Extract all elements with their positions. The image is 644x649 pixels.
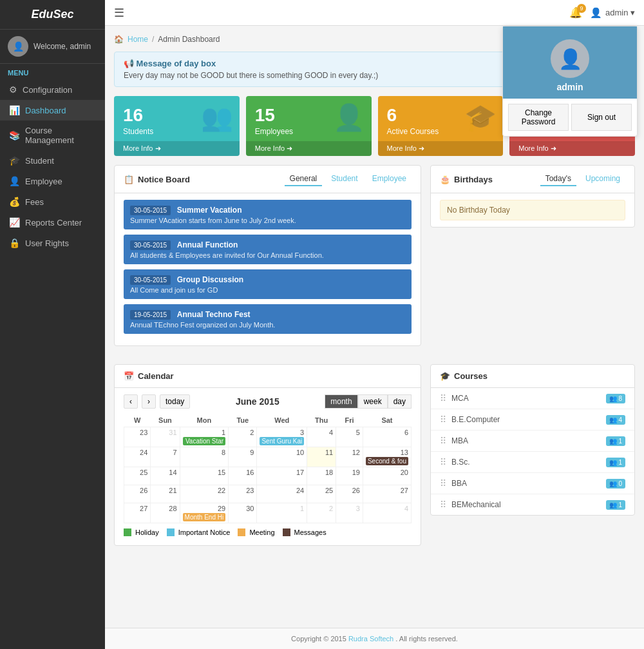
cal-day-cell[interactable]: 11 (307, 447, 336, 467)
cal-day-cell[interactable]: 12 (336, 447, 363, 467)
tab-general[interactable]: General (285, 172, 323, 186)
cal-day-cell[interactable]: 3 (336, 503, 363, 523)
sidebar-label-user-rights: User Rights (25, 238, 69, 248)
hamburger-button[interactable]: ☰ (114, 6, 124, 20)
cal-event[interactable]: Second & fou (366, 457, 408, 465)
cal-day-view[interactable]: day (388, 394, 412, 409)
course-list-item[interactable]: ⠿ MBA 👥 1 (431, 431, 634, 452)
cal-next-button[interactable]: › (142, 394, 156, 409)
tab-student[interactable]: Student (326, 172, 363, 186)
cal-day-cell[interactable]: 27 (363, 485, 411, 503)
cal-week-view[interactable]: week (358, 394, 388, 409)
cal-day-cell[interactable]: 3Sent Guru Kai (257, 427, 307, 447)
sidebar-item-course-management[interactable]: 📚 Course Management (0, 121, 105, 150)
cal-day-cell[interactable]: 5 (336, 427, 363, 447)
cal-today-button[interactable]: today (160, 394, 190, 409)
course-list-item[interactable]: ⠿ B.E.Computer 👥 4 (431, 409, 634, 431)
footer-link[interactable]: Rudra Softech (348, 635, 393, 643)
calendar-col: 📅 Calendar ‹ › today June 2015 month wee… (114, 364, 421, 555)
notice-item[interactable]: 30-05-2015 Annual Function All students … (124, 235, 412, 264)
breadcrumb-icon: 🏠 (114, 35, 124, 44)
course-list-item[interactable]: ⠿ BBA 👥 0 (431, 473, 634, 494)
cal-day-cell[interactable]: 6 (363, 427, 411, 447)
course-badge: 👥 1 (606, 500, 625, 510)
cal-day-cell[interactable]: 1Vacation Star (180, 427, 229, 447)
cal-day-cell[interactable]: 21 (151, 485, 180, 503)
notification-bell[interactable]: 🔔 9 (569, 6, 582, 19)
user-menu-button[interactable]: 👤 admin ▾ (590, 7, 635, 19)
active-courses-more[interactable]: More Info ➜ (378, 141, 504, 156)
cal-day-cell[interactable]: 16 (229, 467, 257, 485)
cal-day-cell[interactable]: 24 (257, 485, 307, 503)
cal-event[interactable]: Month End Hi (183, 513, 226, 521)
sidebar-item-configuration[interactable]: ⚙ Configuration (0, 79, 105, 100)
cal-day-cell[interactable]: 14 (151, 467, 180, 485)
cal-day-cell[interactable]: 8 (180, 447, 229, 467)
notice-item[interactable]: 30-05-2015 Summer Vacation Summer VAcati… (124, 200, 412, 229)
cal-day-cell[interactable]: 29Month End Hi (180, 503, 229, 523)
cal-day-cell[interactable]: 4 (363, 503, 411, 523)
sidebar-item-reports-center[interactable]: 📈 Reports Center (0, 212, 105, 233)
courses-icon: 📚 (9, 130, 20, 140)
students-more[interactable]: More Info ➜ (114, 141, 240, 156)
drag-handle-icon: ⠿ (440, 457, 446, 467)
cal-day-cell[interactable]: 20 (363, 467, 411, 485)
cal-day-cell[interactable]: 19 (336, 467, 363, 485)
sidebar-item-fees[interactable]: 💰 Fees (0, 191, 105, 212)
calendar-month-label: June 2015 (194, 396, 321, 407)
notice-title: Summer Vacation (177, 206, 242, 215)
cal-day-cell[interactable]: 4 (307, 427, 336, 447)
cal-day-cell[interactable]: 2 (229, 427, 257, 447)
change-password-button[interactable]: Change Password (508, 104, 569, 131)
sidebar-item-student[interactable]: 🎓 Student (0, 150, 105, 171)
courses-panel: 🎓 Courses ⠿ MCA 👥 8 ⠿ B.E.Computer 👥 4 ⠿… (430, 364, 635, 516)
topbar: ☰ 🔔 9 👤 admin ▾ (105, 0, 644, 26)
cal-day-cell[interactable]: 13Second & fou (363, 447, 411, 467)
cal-day-cell[interactable]: 31 (151, 427, 180, 447)
employee-icon: 👤 (9, 176, 20, 186)
user-dropdown-actions: Change Password Sign out (503, 99, 637, 136)
course-list-item[interactable]: ⠿ MCA 👥 8 (431, 388, 634, 409)
course-list-item[interactable]: ⠿ BEMechanical 👥 1 (431, 494, 634, 515)
students-icon: 👥 (201, 102, 233, 133)
cal-prev-button[interactable]: ‹ (124, 394, 138, 409)
employees-more[interactable]: More Info ➜ (246, 141, 372, 156)
notice-birthday-row: 📋 Notice Board General Student Employee … (114, 165, 635, 355)
notice-item[interactable]: 30-05-2015 Group Discussion All Come and… (124, 269, 412, 299)
cal-day-cell[interactable]: 25 (307, 485, 336, 503)
sidebar: EduSec 👤 Welcome, admin Menu ⚙ Configura… (0, 0, 105, 649)
cal-day-cell[interactable]: 9 (229, 447, 257, 467)
course-name: BBA (451, 479, 606, 488)
cal-day-cell[interactable]: 10 (257, 447, 307, 467)
sidebar-item-user-rights[interactable]: 🔒 User Rights (0, 233, 105, 253)
cal-day-cell[interactable]: 28 (151, 503, 180, 523)
cal-day-cell[interactable]: 17 (257, 467, 307, 485)
cal-month-view[interactable]: month (325, 394, 357, 409)
tab-upcoming[interactable]: Upcoming (580, 172, 625, 186)
cal-day-cell[interactable]: 18 (307, 467, 336, 485)
tab-todays[interactable]: Today's (540, 172, 576, 186)
cal-event[interactable]: Sent Guru Kai (260, 437, 304, 445)
sidebar-item-dashboard[interactable]: 📊 Dashboard (0, 100, 105, 121)
course-badge: 👥 0 (606, 479, 625, 489)
cal-event[interactable]: Vacation Star (183, 437, 226, 445)
cal-day-cell[interactable]: 26 (336, 485, 363, 503)
cal-day-cell[interactable]: 30 (229, 503, 257, 523)
cal-day-cell[interactable]: 1 (257, 503, 307, 523)
sidebar-user: 👤 Welcome, admin (0, 30, 105, 64)
courses-header: 🎓 Courses (431, 365, 634, 388)
sign-out-button[interactable]: Sign out (571, 104, 632, 131)
notice-item[interactable]: 19-05-2015 Annual Techno Fest Annual TEc… (124, 304, 412, 334)
cal-header-fri: Fri (336, 414, 363, 427)
cal-day-cell[interactable]: 22 (180, 485, 229, 503)
cal-day-cell[interactable]: 23 (229, 485, 257, 503)
active-batches-more[interactable]: More Info ➜ (509, 141, 635, 156)
sidebar-item-employee[interactable]: 👤 Employee (0, 171, 105, 191)
course-list-item[interactable]: ⠿ B.Sc. 👥 1 (431, 452, 634, 473)
cal-day-cell[interactable]: 2 (307, 503, 336, 523)
breadcrumb-home[interactable]: Home (128, 35, 148, 44)
cal-day-cell[interactable]: 7 (151, 447, 180, 467)
calendar-table: W Sun Mon Tue Wed Thu Fri Sat 23311 (124, 414, 412, 523)
tab-employee[interactable]: Employee (367, 172, 412, 186)
cal-day-cell[interactable]: 15 (180, 467, 229, 485)
